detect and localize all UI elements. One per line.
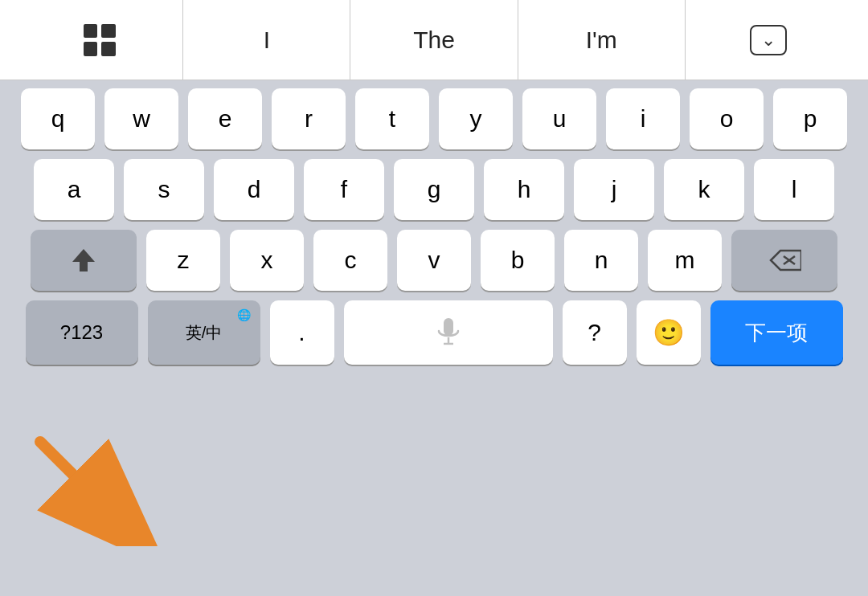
key-a[interactable]: a [34,159,114,220]
key-f[interactable]: f [304,159,384,220]
key-i[interactable]: i [606,88,680,149]
svg-line-15 [40,442,121,522]
key-y[interactable]: y [439,88,513,149]
prediction-Im[interactable]: I'm [518,0,686,80]
key-t[interactable]: t [355,88,429,149]
key-k[interactable]: k [664,159,744,220]
key-row-4: ?123 🌐 英/中 . ? 🙂 下一项 [6,300,862,365]
key-x[interactable]: x [230,230,304,291]
grid-button[interactable] [16,0,183,80]
key-h[interactable]: h [484,159,564,220]
emoji-key[interactable]: 🙂 [637,300,701,365]
key-b[interactable]: b [481,230,555,291]
svg-marker-8 [72,249,95,271]
key-row-2: a s d f g h j k l [6,159,862,220]
key-z[interactable]: z [146,230,220,291]
arrow-annotation [8,434,169,546]
key-j[interactable]: j [574,159,654,220]
language-key[interactable]: 🌐 英/中 [148,300,260,365]
lang-label: 英/中 [186,322,223,344]
key-s[interactable]: s [124,159,204,220]
key-u[interactable]: u [522,88,596,149]
prediction-I[interactable]: I [183,0,350,80]
key-v[interactable]: v [397,230,471,291]
key-m[interactable]: m [648,230,722,291]
key-n[interactable]: n [564,230,638,291]
collapse-button[interactable] [686,0,852,80]
key-row-3: z x c v b n m [6,230,862,291]
key-o[interactable]: o [690,88,764,149]
next-key[interactable]: 下一项 [710,300,843,365]
space-key[interactable] [344,300,553,365]
numbers-key[interactable]: ?123 [26,300,138,365]
key-d[interactable]: d [214,159,294,220]
key-p[interactable]: p [773,88,847,149]
key-r[interactable]: r [272,88,346,149]
globe-icon: 🌐 [237,308,251,321]
shift-key[interactable] [31,230,137,291]
collapse-icon [750,25,787,55]
key-l[interactable]: l [754,159,834,220]
key-q[interactable]: q [21,88,95,149]
key-g[interactable]: g [394,159,474,220]
question-key[interactable]: ? [563,300,627,365]
key-e[interactable]: e [188,88,262,149]
grid-icon [84,24,116,56]
delete-key[interactable] [731,230,837,291]
key-w[interactable]: w [104,88,178,149]
key-row-1: q w e r t y u i o p [6,88,862,149]
period-key[interactable]: . [270,300,334,365]
keyboard: q w e r t y u i o p a s d f g h j k l z … [0,80,868,382]
svg-rect-11 [444,318,453,336]
key-c[interactable]: c [313,230,387,291]
predictive-bar: I The I'm [0,0,868,80]
prediction-The[interactable]: The [350,0,518,80]
